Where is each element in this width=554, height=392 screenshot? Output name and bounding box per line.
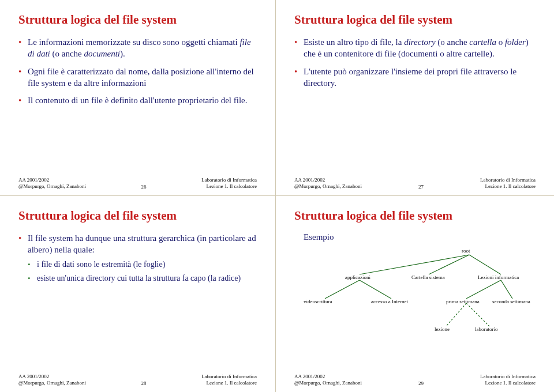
slide-footer: AA 2001/2002 @Morpurgo, Ornaghi, Zanabon… — [294, 177, 536, 190]
sub-bullet: i file di dati sono le estremità (le fog… — [28, 259, 257, 270]
tree-node: videoscrittura — [304, 299, 332, 304]
footer-authors: @Morpurgo, Ornaghi, Zanaboni — [18, 380, 86, 386]
footer-course: Laboratorio di Informatica — [201, 177, 257, 183]
tree-node: applicazioni — [345, 274, 370, 280]
slide-number: 27 — [418, 184, 424, 190]
slide-27: Struttura logica del file system Esiste … — [276, 0, 554, 196]
tree-edges — [299, 246, 536, 349]
slide-title: Struttura logica del file system — [294, 209, 536, 223]
slide-footer: AA 2001/2002 @Morpurgo, Ornaghi, Zanabon… — [18, 177, 257, 190]
footer-authors: @Morpurgo, Ornaghi, Zanaboni — [294, 183, 362, 190]
tree-node: lezione — [435, 326, 450, 332]
tree-node: Lezioni informatica — [478, 274, 519, 280]
bullet: Esiste un altro tipo di file, la directo… — [294, 36, 536, 60]
bullet: L'utente può organizzare l'insieme dei p… — [294, 66, 536, 89]
bullet: Il file system ha dunque una struttura g… — [18, 232, 257, 284]
bullet: Il contenuto di un file è definito dall'… — [18, 95, 257, 106]
bullet-list: Le informazioni memorizzate su disco son… — [18, 36, 257, 106]
slide-footer: AA 2001/2002 @Morpurgo, Ornaghi, Zanabon… — [18, 374, 257, 386]
slide-footer: AA 2001/2002 @Morpurgo, Ornaghi, Zanabon… — [294, 374, 536, 386]
footer-authors: @Morpurgo, Ornaghi, Zanaboni — [18, 183, 86, 190]
footer-lesson: Lezione 1. Il calcolatore — [480, 183, 536, 190]
svg-line-8 — [466, 303, 489, 326]
svg-line-3 — [325, 280, 360, 299]
tree-node: prima settimana — [446, 299, 480, 304]
slide-title: Struttura logica del file system — [294, 13, 536, 27]
svg-line-5 — [466, 280, 501, 299]
footer-lesson: Lezione 1. Il calcolatore — [201, 183, 257, 190]
slide-number: 29 — [418, 380, 424, 386]
bullet: Ogni file è caratterizzato dal nome, dal… — [18, 66, 257, 89]
bullet-list: Esiste un altro tipo di file, la directo… — [294, 36, 536, 89]
footer-course: Laboratorio di Informatica — [480, 374, 536, 380]
tree-node-root: root — [462, 248, 470, 254]
sub-bullet: esiste un'unica directory cui tutta la s… — [28, 273, 257, 284]
slide-number: 28 — [141, 380, 147, 386]
footer-authors: @Morpurgo, Ornaghi, Zanaboni — [294, 380, 362, 386]
sub-bullet-list: i file di dati sono le estremità (le fog… — [28, 259, 257, 285]
footer-lesson: Lezione 1. Il calcolatore — [201, 380, 257, 386]
tree-node: seconda settimana — [492, 299, 530, 304]
slide-28: Struttura logica del file system Il file… — [0, 196, 276, 392]
footer-year: AA 2001/2002 — [18, 177, 86, 183]
svg-line-1 — [429, 255, 469, 274]
bullet-list: Il file system ha dunque una struttura g… — [18, 232, 257, 284]
slide-title: Struttura logica del file system — [18, 13, 257, 27]
footer-year: AA 2001/2002 — [294, 177, 362, 183]
tree-node: Cartella sistema — [411, 274, 445, 280]
svg-line-0 — [360, 255, 469, 274]
tree-node: laboratorio — [475, 326, 498, 332]
footer-year: AA 2001/2002 — [294, 374, 362, 380]
slide-title: Struttura logica del file system — [18, 209, 257, 223]
slide-number: 26 — [141, 184, 147, 190]
svg-line-7 — [446, 303, 466, 326]
footer-course: Laboratorio di Informatica — [480, 177, 536, 183]
slide-29: Struttura logica del file system Esempio… — [276, 196, 554, 392]
svg-line-2 — [469, 255, 501, 274]
example-label: Esempio — [294, 232, 536, 242]
svg-line-6 — [501, 280, 512, 299]
footer-course: Laboratorio di Informatica — [201, 374, 257, 380]
footer-year: AA 2001/2002 — [18, 374, 86, 380]
tree-diagram: root applicazioni Cartella sistema Lezio… — [299, 246, 536, 349]
footer-lesson: Lezione 1. Il calcolatore — [480, 380, 536, 386]
bullet: Le informazioni memorizzate su disco son… — [18, 36, 257, 60]
svg-line-4 — [360, 280, 391, 299]
slide-26: Struttura logica del file system Le info… — [0, 0, 276, 196]
tree-node: accesso a Internet — [371, 299, 408, 304]
